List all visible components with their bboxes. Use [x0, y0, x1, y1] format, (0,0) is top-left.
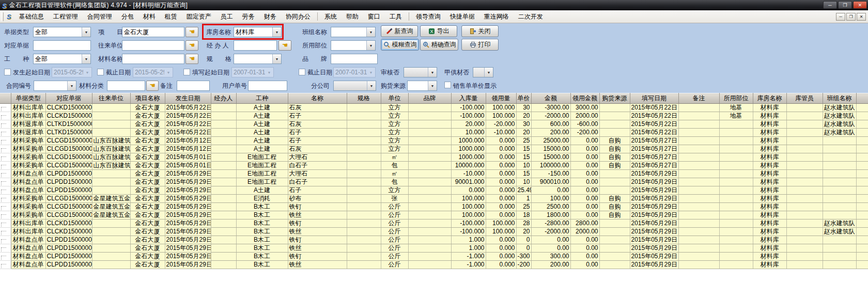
table-cell[interactable] [856, 236, 868, 244]
row-selector[interactable] [0, 253, 11, 261]
chevron-down-icon[interactable]: ▼ [428, 81, 437, 90]
menu-item[interactable]: 工程管理 [49, 11, 83, 23]
table-cell[interactable]: 材料退库单 [11, 129, 45, 137]
table-cell[interactable]: -3000.00 [531, 104, 570, 112]
table-cell[interactable]: 2015年05月29日 [630, 219, 678, 228]
table-cell[interactable]: 2015年05月22日 [165, 104, 211, 112]
table-cell[interactable] [599, 170, 630, 178]
table-cell[interactable] [92, 186, 130, 195]
row-selector[interactable] [0, 236, 11, 244]
menu-item[interactable]: 窗口 [363, 11, 385, 23]
table-cell[interactable]: 铁丝 [288, 228, 347, 236]
table-cell[interactable]: CLCKD150000001 [45, 104, 92, 112]
table-cell[interactable]: B木工 [236, 228, 288, 236]
table-cell[interactable]: 材料库 [753, 228, 786, 236]
table-cell[interactable]: 材料盘点单 [11, 186, 45, 195]
table-cell[interactable] [678, 153, 719, 162]
table-cell[interactable] [408, 104, 451, 112]
table-cell[interactable] [678, 261, 719, 269]
table-cell[interactable]: 2015年05月29日 [165, 253, 211, 261]
table-cell[interactable] [856, 253, 868, 261]
table-cell[interactable]: 20 [516, 112, 531, 120]
table-cell[interactable] [211, 178, 236, 186]
table-cell[interactable]: B木工 [236, 236, 288, 244]
table-cell[interactable]: 30 [516, 120, 531, 129]
row-selector[interactable] [0, 129, 11, 137]
table-cell[interactable]: 15000.00 [531, 145, 570, 153]
table-cell[interactable] [408, 244, 451, 253]
maximize-button[interactable]: ❐ [838, 1, 852, 9]
table-cell[interactable]: 金石大厦 [130, 186, 165, 195]
table-cell[interactable]: 0.000 [486, 203, 516, 211]
table-cell[interactable]: 石子 [288, 186, 347, 195]
table-cell[interactable]: E地面工程 [236, 178, 288, 186]
table-cell[interactable] [211, 129, 236, 137]
column-header[interactable]: 领用量 [486, 93, 516, 104]
table-cell[interactable]: A土建 [236, 112, 288, 120]
table-cell[interactable] [347, 178, 381, 186]
table-cell[interactable]: 材料库 [753, 244, 786, 253]
table-cell[interactable]: 石灰 [288, 120, 347, 129]
table-cell[interactable] [211, 244, 236, 253]
table-cell[interactable] [856, 120, 868, 129]
table-cell[interactable]: 2015年05月29日 [165, 228, 211, 236]
table-cell[interactable]: 0.00 [570, 244, 599, 253]
table-cell[interactable]: 铁丝 [288, 211, 347, 219]
table-cell[interactable]: 金石大厦 [130, 219, 165, 228]
table-cell[interactable]: 金石大厦 [130, 253, 165, 261]
table-cell[interactable]: CLCGD150000006 [45, 195, 92, 203]
row-selector[interactable] [0, 195, 11, 203]
table-cell[interactable]: 铁钉 [288, 203, 347, 211]
table-row[interactable]: 材料采购单CLCGD150000004山东百脉建筑金石大厦2015年05月12日… [0, 145, 868, 153]
table-cell[interactable]: 28 [516, 219, 531, 228]
column-header[interactable]: 金额 [531, 93, 570, 104]
table-cell[interactable]: 白石子 [288, 162, 347, 170]
table-cell[interactable] [211, 104, 236, 112]
table-cell[interactable]: 10 [516, 178, 531, 186]
table-cell[interactable] [856, 178, 868, 186]
table-cell[interactable]: 10 [516, 162, 531, 170]
table-cell[interactable]: 1 [516, 195, 531, 203]
table-cell[interactable] [786, 162, 823, 170]
table-cell[interactable]: 金石大厦 [130, 244, 165, 253]
table-cell[interactable]: 金石大厦 [130, 170, 165, 178]
table-cell[interactable] [719, 211, 753, 219]
table-cell[interactable]: 公斤 [381, 261, 408, 269]
table-cell[interactable]: 100.000 [451, 195, 486, 203]
table-cell[interactable]: 2000.00 [570, 112, 599, 120]
table-cell[interactable]: 地基 [719, 112, 753, 120]
table-cell[interactable] [823, 244, 856, 253]
table-row[interactable]: 材料采购单CLCGD150000005山东百脉建筑金石大厦2015年05月01日… [0, 153, 868, 162]
table-cell[interactable] [211, 219, 236, 228]
table-cell[interactable] [408, 261, 451, 269]
table-cell[interactable]: 石子 [288, 129, 347, 137]
table-cell[interactable]: 材料库 [753, 203, 786, 211]
table-cell[interactable]: CLPDD150000001 [45, 186, 92, 195]
table-cell[interactable]: 3000.00 [570, 104, 599, 112]
table-cell[interactable] [719, 170, 753, 178]
chevron-down-icon[interactable]: ▼ [272, 54, 281, 64]
table-cell[interactable]: 2015年05月29日 [165, 170, 211, 178]
project-input[interactable]: 金石大厦 [122, 27, 184, 37]
table-cell[interactable]: 2015年05月29日 [165, 236, 211, 244]
table-cell[interactable] [719, 153, 753, 162]
table-cell[interactable] [408, 219, 451, 228]
menu-item[interactable]: 二次开发 [514, 11, 548, 23]
table-cell[interactable]: 石灰 [288, 145, 347, 153]
table-cell[interactable]: 25 [516, 203, 531, 211]
row-selector[interactable] [0, 211, 11, 219]
menu-item[interactable]: 快捷单据 [445, 11, 479, 23]
menu-item[interactable]: 领导查询 [411, 11, 445, 23]
table-cell[interactable]: 2015年05月22日 [630, 120, 678, 129]
table-cell[interactable]: 铁丝 [288, 261, 347, 269]
table-cell[interactable] [719, 186, 753, 195]
table-cell[interactable]: -300 [516, 253, 531, 261]
table-cell[interactable]: 0.000 [486, 236, 516, 244]
table-cell[interactable]: 金石大厦 [130, 211, 165, 219]
table-cell[interactable]: 材料库 [753, 129, 786, 137]
table-cell[interactable]: 自购 [599, 153, 630, 162]
menu-item[interactable]: 合同管理 [83, 11, 117, 23]
row-selector[interactable] [0, 162, 11, 170]
table-cell[interactable] [408, 170, 451, 178]
table-cell[interactable] [678, 186, 719, 195]
